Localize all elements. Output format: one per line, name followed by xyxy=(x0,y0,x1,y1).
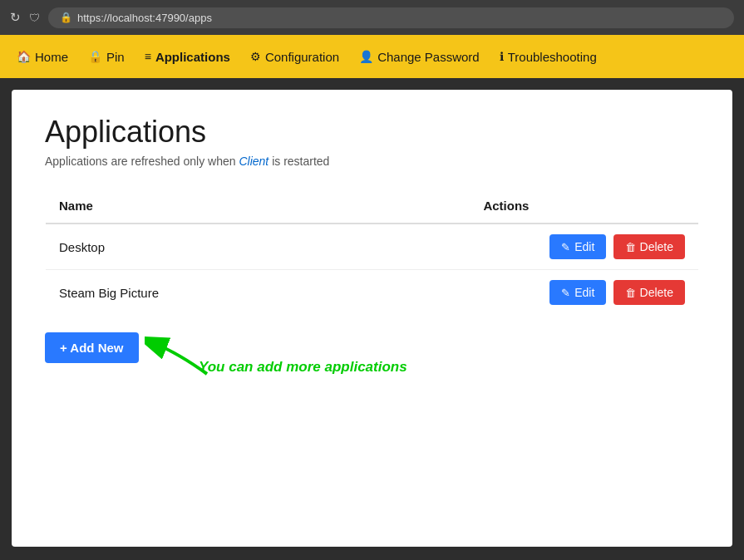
nav-change-password-label: Change Password xyxy=(377,50,480,64)
annotation-text: You can add more applications xyxy=(199,359,407,376)
arrow-annotation xyxy=(145,328,219,386)
nav-configuration[interactable]: ⚙ Configuration xyxy=(250,50,339,64)
edit-label: Edit xyxy=(574,286,594,299)
delete-button[interactable]: 🗑 Delete xyxy=(613,234,685,259)
lock-icon: 🔒 xyxy=(60,12,72,23)
column-header-actions: Actions xyxy=(470,189,698,224)
nav-troubleshooting[interactable]: ℹ Troubleshooting xyxy=(500,50,597,64)
app-name: Desktop xyxy=(46,224,471,270)
nav-configuration-label: Configuration xyxy=(265,50,339,64)
edit-icon: ✎ xyxy=(561,287,570,299)
nav-applications-label: Applications xyxy=(155,50,230,64)
edit-label: Edit xyxy=(574,240,594,253)
table-header-row: Name Actions xyxy=(46,189,699,224)
url-text: https://localhost:47990/apps xyxy=(77,12,212,24)
edit-button[interactable]: ✎ Edit xyxy=(549,234,606,259)
nav-change-password[interactable]: 👤 Change Password xyxy=(359,50,480,64)
nav-home-label: Home xyxy=(35,50,68,64)
nav-pin-label: Pin xyxy=(106,50,125,64)
pin-icon: 🔒 xyxy=(88,50,102,63)
home-icon: 🏠 xyxy=(17,50,31,63)
url-bar[interactable]: 🔒 https://localhost:47990/apps xyxy=(48,7,734,28)
info-icon: ℹ xyxy=(500,50,504,63)
user-icon: 👤 xyxy=(359,50,373,63)
page-title: Applications xyxy=(45,115,699,150)
app-name: Steam Big Picture xyxy=(46,270,471,316)
nav-home[interactable]: 🏠 Home xyxy=(17,50,68,64)
trash-icon: 🗑 xyxy=(625,241,636,253)
applications-icon: ≡ xyxy=(145,50,151,63)
edit-button[interactable]: ✎ Edit xyxy=(549,280,606,305)
gear-icon: ⚙ xyxy=(250,50,261,63)
add-new-area: + Add New You can add more applications xyxy=(45,332,699,363)
page-subtitle: Applications are refreshed only when Cli… xyxy=(45,155,699,168)
delete-label: Delete xyxy=(640,240,673,253)
trash-icon: 🗑 xyxy=(625,287,636,299)
edit-icon: ✎ xyxy=(561,241,570,253)
navbar: 🏠 Home 🔒 Pin ≡ Applications ⚙ Configurat… xyxy=(0,35,744,78)
nav-pin[interactable]: 🔒 Pin xyxy=(88,50,125,64)
add-new-label: + Add New xyxy=(60,341,124,355)
annotation-container: + Add New You can add more applications xyxy=(45,332,139,363)
subtitle-end: is restarted xyxy=(272,155,329,168)
app-actions: ✎ Edit 🗑 Delete xyxy=(470,270,698,316)
reload-button[interactable]: ↻ xyxy=(10,10,21,25)
browser-chrome: ↻ 🛡 🔒 https://localhost:47990/apps xyxy=(0,0,744,35)
main-content: Applications Applications are refreshed … xyxy=(12,90,732,547)
nav-troubleshooting-label: Troubleshooting xyxy=(508,50,597,64)
security-icon: 🛡 xyxy=(29,12,40,24)
applications-table: Name Actions Desktop ✎ Edit 🗑 Delete Ste… xyxy=(45,188,699,316)
delete-button[interactable]: 🗑 Delete xyxy=(613,280,685,305)
add-new-button[interactable]: + Add New xyxy=(45,332,139,363)
delete-label: Delete xyxy=(640,286,673,299)
subtitle-highlight: Client xyxy=(239,155,269,168)
table-row: Desktop ✎ Edit 🗑 Delete xyxy=(46,224,699,270)
subtitle-text: Applications are refreshed only when xyxy=(45,155,236,168)
table-row: Steam Big Picture ✎ Edit 🗑 Delete xyxy=(46,270,699,316)
app-actions: ✎ Edit 🗑 Delete xyxy=(470,224,698,270)
column-header-name: Name xyxy=(46,189,471,224)
nav-applications[interactable]: ≡ Applications xyxy=(145,50,230,64)
